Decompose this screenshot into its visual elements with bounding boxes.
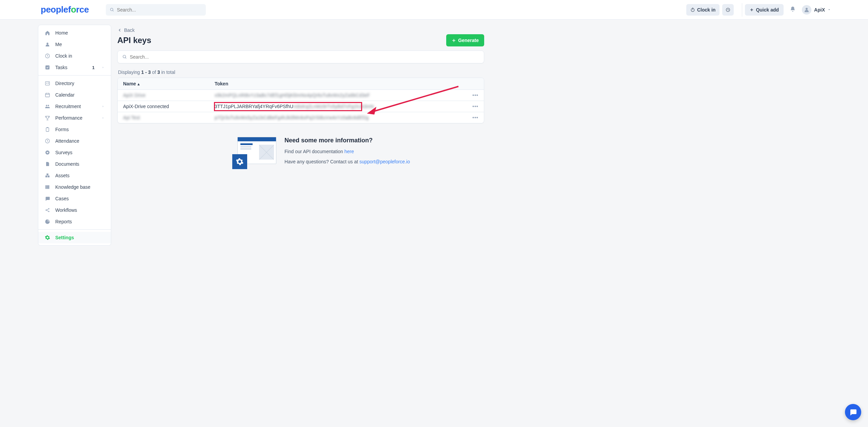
sidebar-item-label: Documents bbox=[55, 161, 79, 167]
calendar-icon bbox=[44, 92, 51, 98]
sidebar-item-settings[interactable]: Settings bbox=[38, 232, 111, 243]
chevron-right-icon bbox=[101, 115, 105, 121]
row-menu-button[interactable]: ••• bbox=[472, 115, 478, 120]
sidebar-item-me[interactable]: Me bbox=[38, 39, 111, 50]
info-doc-line: Find our API documentation here bbox=[284, 149, 410, 154]
cell-token[interactable]: x9k2mPQLnRt8vYz3aBc7dEf1gHi5jKl0mNo4pQr6… bbox=[215, 93, 465, 98]
chevron-left-icon bbox=[117, 28, 122, 33]
file-icon bbox=[44, 161, 51, 167]
sidebar-item-knowledge-base[interactable]: Knowledge base bbox=[38, 181, 111, 193]
quick-add-button[interactable]: Quick add bbox=[745, 4, 784, 16]
sidebar-item-surveys[interactable]: Surveys bbox=[38, 147, 111, 158]
table-row: ApiX-Drive connected3TTJ1pPLJARBRYafj4YR… bbox=[118, 101, 484, 112]
row-menu-button[interactable]: ••• bbox=[472, 104, 478, 109]
cell-name: Api Test bbox=[123, 115, 215, 120]
chevron-right-icon bbox=[101, 65, 105, 70]
header-search[interactable] bbox=[106, 4, 206, 16]
svg-rect-26 bbox=[45, 176, 47, 177]
user-menu[interactable]: ApiX bbox=[802, 5, 831, 15]
notifications-button[interactable] bbox=[790, 6, 796, 14]
column-name[interactable]: Name▲ bbox=[123, 81, 215, 86]
svg-rect-16 bbox=[45, 93, 50, 97]
clock-history-button[interactable] bbox=[722, 4, 734, 16]
logo-o: o bbox=[71, 4, 76, 15]
logo-text-2: f bbox=[68, 4, 71, 15]
row-menu-button[interactable]: ••• bbox=[472, 93, 478, 98]
books-icon bbox=[44, 184, 51, 190]
check-icon bbox=[44, 65, 51, 70]
gear-icon bbox=[236, 158, 244, 166]
sidebar-item-label: Surveys bbox=[55, 150, 73, 155]
generate-button[interactable]: Generate bbox=[446, 34, 484, 46]
people-icon bbox=[44, 104, 51, 109]
cell-token[interactable]: 3TTJ1pPLJARBRYafj4YRqFv6PSfhUm8xKq2LnWz9… bbox=[215, 104, 465, 109]
svg-point-39 bbox=[123, 55, 126, 58]
table-row: ApiX Drivex9k2mPQLnRt8vYz3aBc7dEf1gHi5jK… bbox=[118, 90, 484, 101]
table-header: Name▲ Token bbox=[118, 78, 484, 90]
sidebar-item-tasks[interactable]: Tasks1 bbox=[38, 62, 111, 73]
user-icon bbox=[44, 42, 51, 47]
svg-rect-30 bbox=[47, 185, 48, 189]
page-title: API keys bbox=[117, 36, 151, 45]
cell-token[interactable]: p7Qr3sTu9vWx5yZa1bCd8eFg4hJk0lMn6oPq2rSt… bbox=[215, 115, 465, 120]
boxes-icon bbox=[44, 173, 51, 178]
sidebar-item-documents[interactable]: Documents bbox=[38, 158, 111, 170]
back-label: Back bbox=[124, 27, 135, 33]
api-keys-table: Name▲ Token ApiX Drivex9k2mPQLnRt8vYz3aB… bbox=[117, 78, 484, 123]
doc-link[interactable]: here bbox=[344, 149, 354, 154]
clipboard-icon bbox=[44, 127, 51, 132]
search-icon bbox=[122, 55, 127, 59]
bell-icon bbox=[790, 6, 796, 12]
sidebar-item-performance[interactable]: Performance bbox=[38, 112, 111, 124]
header-divider bbox=[742, 3, 742, 17]
logo[interactable]: peopleforce bbox=[41, 4, 89, 15]
column-token[interactable]: Token bbox=[215, 81, 465, 86]
svg-line-35 bbox=[46, 209, 48, 210]
info-heading: Need some more information? bbox=[284, 137, 410, 144]
clock-in-button[interactable]: Clock in bbox=[686, 4, 719, 16]
heart-icon bbox=[44, 150, 51, 155]
api-search[interactable] bbox=[117, 50, 484, 63]
svg-rect-27 bbox=[48, 176, 50, 177]
logo-text-3: rce bbox=[76, 4, 89, 15]
plus-icon bbox=[750, 8, 754, 12]
sidebar-item-clock-in[interactable]: Clock in bbox=[38, 50, 111, 62]
clock-in-label: Clock in bbox=[697, 7, 715, 13]
quick-add-label: Quick add bbox=[756, 7, 779, 13]
sidebar-item-attendance[interactable]: Attendance bbox=[38, 135, 111, 147]
contact-email-link[interactable]: support@peopleforce.io bbox=[359, 159, 410, 164]
cell-name: ApiX Drive bbox=[123, 93, 215, 98]
chevron-down-icon bbox=[828, 8, 831, 11]
id-icon bbox=[44, 81, 51, 86]
back-link[interactable]: Back bbox=[117, 27, 135, 33]
sidebar-item-cases[interactable]: Cases bbox=[38, 193, 111, 204]
badge: 1 bbox=[92, 65, 95, 70]
table-row: Api Testp7Qr3sTu9vWx5yZa1bCd8eFg4hJk0lMn… bbox=[118, 112, 484, 123]
sidebar-item-home[interactable]: Home bbox=[38, 27, 111, 39]
sidebar-item-forms[interactable]: Forms bbox=[38, 124, 111, 135]
sidebar-item-workflows[interactable]: Workflows bbox=[38, 204, 111, 216]
sidebar-item-directory[interactable]: Directory bbox=[38, 78, 111, 89]
svg-line-40 bbox=[125, 58, 126, 59]
pie-icon bbox=[44, 219, 51, 224]
sidebar-item-reports[interactable]: Reports bbox=[38, 216, 111, 227]
sidebar-item-label: Settings bbox=[55, 235, 74, 240]
sidebar-item-recruitment[interactable]: Recruitment bbox=[38, 101, 111, 112]
sidebar-item-calendar[interactable]: Calendar bbox=[38, 89, 111, 101]
display-count: Displaying 1 - 3 of 3 in total bbox=[118, 69, 484, 75]
info-contact-line: Have any questions? Contact us at suppor… bbox=[284, 159, 410, 164]
sidebar-item-label: Recruitment bbox=[55, 104, 81, 109]
svg-rect-31 bbox=[48, 185, 49, 189]
sidebar-item-label: Cases bbox=[55, 196, 69, 201]
svg-line-36 bbox=[46, 210, 48, 211]
svg-point-13 bbox=[46, 83, 47, 84]
header-search-input[interactable] bbox=[117, 7, 202, 13]
sidebar-item-assets[interactable]: Assets bbox=[38, 170, 111, 181]
sidebar-item-label: Clock in bbox=[55, 53, 72, 59]
home-icon bbox=[44, 30, 51, 36]
share-icon bbox=[44, 207, 51, 213]
svg-rect-22 bbox=[46, 128, 49, 131]
sidebar-item-label: Attendance bbox=[55, 138, 79, 144]
svg-point-9 bbox=[46, 43, 48, 44]
api-search-input[interactable] bbox=[130, 54, 479, 60]
